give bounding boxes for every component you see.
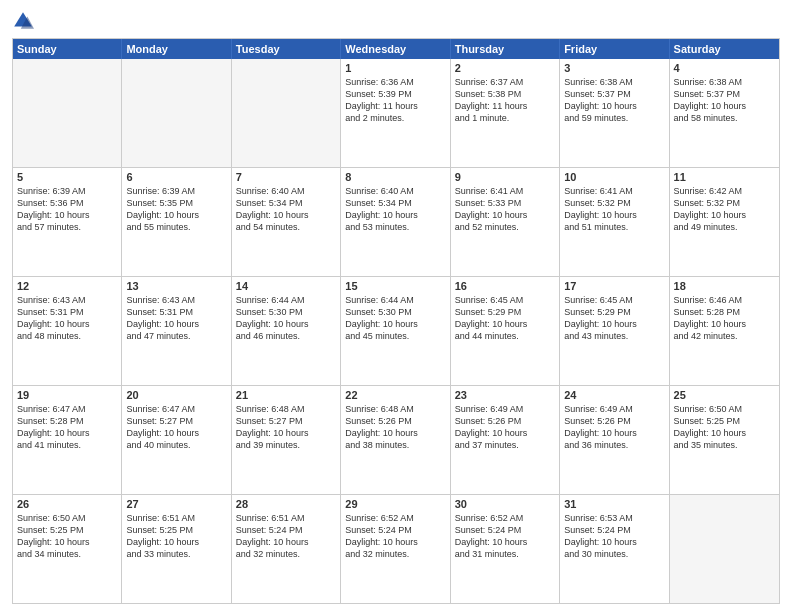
page: SundayMondayTuesdayWednesdayThursdayFrid… <box>0 0 792 612</box>
day-info: Sunrise: 6:52 AM Sunset: 5:24 PM Dayligh… <box>455 512 555 561</box>
calendar-cell: 11Sunrise: 6:42 AM Sunset: 5:32 PM Dayli… <box>670 168 779 276</box>
day-number: 27 <box>126 498 226 510</box>
calendar-cell: 6Sunrise: 6:39 AM Sunset: 5:35 PM Daylig… <box>122 168 231 276</box>
day-number: 6 <box>126 171 226 183</box>
day-number: 5 <box>17 171 117 183</box>
calendar-cell: 3Sunrise: 6:38 AM Sunset: 5:37 PM Daylig… <box>560 59 669 167</box>
day-info: Sunrise: 6:51 AM Sunset: 5:24 PM Dayligh… <box>236 512 336 561</box>
calendar-cell: 4Sunrise: 6:38 AM Sunset: 5:37 PM Daylig… <box>670 59 779 167</box>
day-number: 23 <box>455 389 555 401</box>
calendar-cell <box>122 59 231 167</box>
day-info: Sunrise: 6:39 AM Sunset: 5:35 PM Dayligh… <box>126 185 226 234</box>
day-info: Sunrise: 6:41 AM Sunset: 5:33 PM Dayligh… <box>455 185 555 234</box>
day-number: 2 <box>455 62 555 74</box>
calendar-cell: 18Sunrise: 6:46 AM Sunset: 5:28 PM Dayli… <box>670 277 779 385</box>
day-info: Sunrise: 6:43 AM Sunset: 5:31 PM Dayligh… <box>126 294 226 343</box>
day-info: Sunrise: 6:51 AM Sunset: 5:25 PM Dayligh… <box>126 512 226 561</box>
calendar: SundayMondayTuesdayWednesdayThursdayFrid… <box>12 38 780 604</box>
day-number: 11 <box>674 171 775 183</box>
logo <box>12 10 38 32</box>
calendar-header-cell: Tuesday <box>232 39 341 59</box>
day-number: 15 <box>345 280 445 292</box>
calendar-cell: 23Sunrise: 6:49 AM Sunset: 5:26 PM Dayli… <box>451 386 560 494</box>
day-number: 16 <box>455 280 555 292</box>
calendar-cell: 24Sunrise: 6:49 AM Sunset: 5:26 PM Dayli… <box>560 386 669 494</box>
calendar-header: SundayMondayTuesdayWednesdayThursdayFrid… <box>13 39 779 59</box>
day-info: Sunrise: 6:40 AM Sunset: 5:34 PM Dayligh… <box>345 185 445 234</box>
calendar-header-cell: Thursday <box>451 39 560 59</box>
day-number: 18 <box>674 280 775 292</box>
day-number: 13 <box>126 280 226 292</box>
calendar-cell: 28Sunrise: 6:51 AM Sunset: 5:24 PM Dayli… <box>232 495 341 603</box>
calendar-row: 26Sunrise: 6:50 AM Sunset: 5:25 PM Dayli… <box>13 494 779 603</box>
day-info: Sunrise: 6:44 AM Sunset: 5:30 PM Dayligh… <box>345 294 445 343</box>
day-info: Sunrise: 6:45 AM Sunset: 5:29 PM Dayligh… <box>455 294 555 343</box>
day-number: 17 <box>564 280 664 292</box>
day-number: 21 <box>236 389 336 401</box>
day-number: 20 <box>126 389 226 401</box>
calendar-cell: 20Sunrise: 6:47 AM Sunset: 5:27 PM Dayli… <box>122 386 231 494</box>
day-number: 25 <box>674 389 775 401</box>
calendar-row: 19Sunrise: 6:47 AM Sunset: 5:28 PM Dayli… <box>13 385 779 494</box>
day-number: 9 <box>455 171 555 183</box>
day-info: Sunrise: 6:39 AM Sunset: 5:36 PM Dayligh… <box>17 185 117 234</box>
calendar-cell: 7Sunrise: 6:40 AM Sunset: 5:34 PM Daylig… <box>232 168 341 276</box>
calendar-cell: 17Sunrise: 6:45 AM Sunset: 5:29 PM Dayli… <box>560 277 669 385</box>
day-number: 26 <box>17 498 117 510</box>
calendar-cell: 10Sunrise: 6:41 AM Sunset: 5:32 PM Dayli… <box>560 168 669 276</box>
calendar-cell <box>13 59 122 167</box>
day-number: 12 <box>17 280 117 292</box>
day-number: 29 <box>345 498 445 510</box>
day-info: Sunrise: 6:36 AM Sunset: 5:39 PM Dayligh… <box>345 76 445 125</box>
calendar-cell <box>670 495 779 603</box>
header <box>12 10 780 32</box>
day-info: Sunrise: 6:50 AM Sunset: 5:25 PM Dayligh… <box>674 403 775 452</box>
day-info: Sunrise: 6:41 AM Sunset: 5:32 PM Dayligh… <box>564 185 664 234</box>
day-number: 19 <box>17 389 117 401</box>
day-info: Sunrise: 6:47 AM Sunset: 5:27 PM Dayligh… <box>126 403 226 452</box>
calendar-cell: 31Sunrise: 6:53 AM Sunset: 5:24 PM Dayli… <box>560 495 669 603</box>
calendar-header-cell: Monday <box>122 39 231 59</box>
calendar-cell: 19Sunrise: 6:47 AM Sunset: 5:28 PM Dayli… <box>13 386 122 494</box>
calendar-header-cell: Saturday <box>670 39 779 59</box>
day-number: 24 <box>564 389 664 401</box>
day-info: Sunrise: 6:40 AM Sunset: 5:34 PM Dayligh… <box>236 185 336 234</box>
day-number: 1 <box>345 62 445 74</box>
calendar-cell: 13Sunrise: 6:43 AM Sunset: 5:31 PM Dayli… <box>122 277 231 385</box>
day-info: Sunrise: 6:53 AM Sunset: 5:24 PM Dayligh… <box>564 512 664 561</box>
day-info: Sunrise: 6:43 AM Sunset: 5:31 PM Dayligh… <box>17 294 117 343</box>
day-number: 31 <box>564 498 664 510</box>
day-number: 4 <box>674 62 775 74</box>
day-number: 30 <box>455 498 555 510</box>
day-info: Sunrise: 6:42 AM Sunset: 5:32 PM Dayligh… <box>674 185 775 234</box>
calendar-cell: 22Sunrise: 6:48 AM Sunset: 5:26 PM Dayli… <box>341 386 450 494</box>
calendar-cell: 27Sunrise: 6:51 AM Sunset: 5:25 PM Dayli… <box>122 495 231 603</box>
calendar-body: 1Sunrise: 6:36 AM Sunset: 5:39 PM Daylig… <box>13 59 779 603</box>
calendar-cell: 25Sunrise: 6:50 AM Sunset: 5:25 PM Dayli… <box>670 386 779 494</box>
calendar-cell: 2Sunrise: 6:37 AM Sunset: 5:38 PM Daylig… <box>451 59 560 167</box>
day-info: Sunrise: 6:44 AM Sunset: 5:30 PM Dayligh… <box>236 294 336 343</box>
calendar-header-cell: Wednesday <box>341 39 450 59</box>
day-info: Sunrise: 6:45 AM Sunset: 5:29 PM Dayligh… <box>564 294 664 343</box>
day-number: 7 <box>236 171 336 183</box>
day-info: Sunrise: 6:48 AM Sunset: 5:27 PM Dayligh… <box>236 403 336 452</box>
calendar-cell: 26Sunrise: 6:50 AM Sunset: 5:25 PM Dayli… <box>13 495 122 603</box>
day-number: 28 <box>236 498 336 510</box>
calendar-cell: 30Sunrise: 6:52 AM Sunset: 5:24 PM Dayli… <box>451 495 560 603</box>
day-info: Sunrise: 6:46 AM Sunset: 5:28 PM Dayligh… <box>674 294 775 343</box>
day-info: Sunrise: 6:49 AM Sunset: 5:26 PM Dayligh… <box>564 403 664 452</box>
day-number: 14 <box>236 280 336 292</box>
calendar-row: 1Sunrise: 6:36 AM Sunset: 5:39 PM Daylig… <box>13 59 779 167</box>
day-info: Sunrise: 6:38 AM Sunset: 5:37 PM Dayligh… <box>674 76 775 125</box>
day-info: Sunrise: 6:50 AM Sunset: 5:25 PM Dayligh… <box>17 512 117 561</box>
day-info: Sunrise: 6:38 AM Sunset: 5:37 PM Dayligh… <box>564 76 664 125</box>
calendar-cell: 16Sunrise: 6:45 AM Sunset: 5:29 PM Dayli… <box>451 277 560 385</box>
calendar-cell: 5Sunrise: 6:39 AM Sunset: 5:36 PM Daylig… <box>13 168 122 276</box>
day-info: Sunrise: 6:47 AM Sunset: 5:28 PM Dayligh… <box>17 403 117 452</box>
calendar-cell: 12Sunrise: 6:43 AM Sunset: 5:31 PM Dayli… <box>13 277 122 385</box>
day-number: 8 <box>345 171 445 183</box>
calendar-cell: 21Sunrise: 6:48 AM Sunset: 5:27 PM Dayli… <box>232 386 341 494</box>
day-info: Sunrise: 6:37 AM Sunset: 5:38 PM Dayligh… <box>455 76 555 125</box>
day-number: 22 <box>345 389 445 401</box>
calendar-cell: 29Sunrise: 6:52 AM Sunset: 5:24 PM Dayli… <box>341 495 450 603</box>
